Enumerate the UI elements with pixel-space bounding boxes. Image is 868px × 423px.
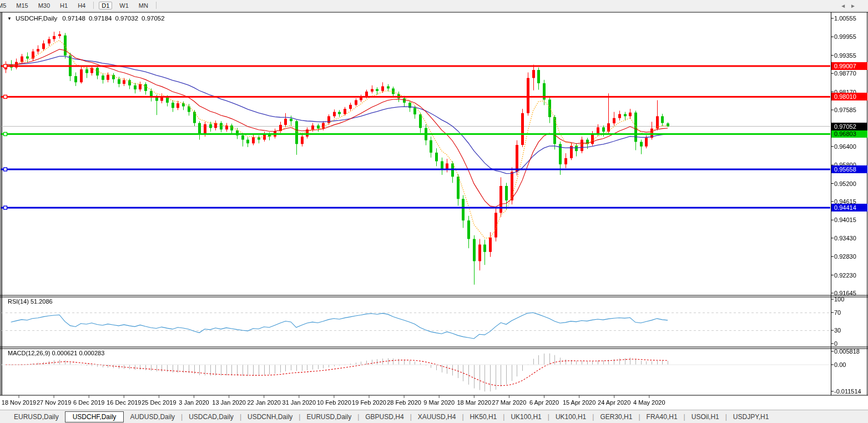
chart-tab-usdcnh-daily[interactable]: USDCNH,Daily [241,412,299,422]
ohlc-close: 0.97052 [142,15,165,22]
timeframe-button-m15[interactable]: M15 [13,2,31,9]
macd-indicator-label: MACD(12,26,9) 0.000621 0.000283 [8,350,104,356]
price-axis-tick: 0.98770 [834,70,867,77]
timeframe-button-m5[interactable]: M5 [0,2,9,9]
price-axis-tick: 0.93430 [834,235,867,241]
date-axis-label: 9 Mar 2020 [423,399,455,406]
date-axis-label: 27 Nov 2019 [37,399,71,406]
date-axis-label: 27 Mar 2020 [492,399,527,406]
rsi-axis-tick: 30 [834,327,867,334]
symbol-label: USDCHF,Daily [16,15,57,22]
chart-tab-hk50-h1[interactable]: HK50,H1 [464,412,503,422]
price-level-badge: 0.94414 [831,204,867,212]
rsi-axis-tick: 0 [834,340,867,347]
price-level-badge: 0.96803 [831,130,867,138]
price-level-badge: 0.98010 [831,93,867,100]
price-axis-tick: 0.99355 [834,52,867,59]
tab-scroll-right-icon[interactable]: ► [850,3,860,9]
timeframe-toolbar: M5M15M30H1H4D1W1MN [0,0,868,11]
rsi-axis-tick: 100 [834,296,867,303]
current-price-badge: 0.97052 [831,123,867,130]
date-axis-label: 19 Feb 2020 [352,399,386,406]
chart-tab-gbpusd-h4[interactable]: GBPUSD,H4 [359,412,410,422]
price-axis-tick: 0.95200 [834,180,867,187]
date-axis-label: 25 Dec 2019 [142,399,176,406]
price-axis-tick: 0.97585 [834,107,867,113]
timeframe-button-mn[interactable]: MN [136,2,151,9]
price-level-badge: 0.95658 [831,165,867,173]
chart-tab-usdcad-daily[interactable]: USDCAD,Daily [183,412,240,422]
timeframe-button-w1[interactable]: W1 [117,2,132,9]
date-axis-label: 18 Mar 2020 [457,399,491,406]
date-axis-label: 16 Dec 2019 [107,399,141,406]
price-axis-tick: 0.92830 [834,253,867,260]
date-axis-label: 3 Jan 2020 [179,399,209,406]
price-axis-tick: 0.94015 [834,216,867,223]
timeframe-button-d1[interactable]: D1 [99,2,112,9]
toolbar-separator [156,2,157,9]
chart-tab-uk100-h1[interactable]: UK100,H1 [504,412,547,422]
date-axis-label: 13 Jan 2020 [212,399,246,406]
chart-tab-usoil-h1[interactable]: USOil,H1 [685,412,725,422]
date-axis-label: 6 Dec 2019 [73,399,104,406]
date-axis-label: 31 Jan 2020 [282,399,316,406]
chart-tab-usdchf-daily[interactable]: USDCHF,Daily [65,411,124,422]
date-axis-label: 22 Jan 2020 [247,399,281,406]
date-axis-label: 10 Feb 2020 [317,399,351,406]
chart-tab-fra40-h1[interactable]: FRA40,H1 [640,412,684,422]
price-axis-tick: 0.99955 [834,33,867,40]
tab-scroll-arrows: ◄► [840,3,860,9]
date-axis-label: 15 Apr 2020 [563,399,596,406]
price-level-badge: 0.99007 [831,62,867,70]
chart-tab-bar: EURUSD,DailyUSDCHF,DailyAUDUSD,Daily|USD… [0,410,868,423]
timeframe-button-m30[interactable]: M30 [36,2,53,9]
ohlc-low: 0.97032 [115,15,138,22]
price-axis-tick: 0.96400 [834,143,867,150]
ohlc-open: 0.97148 [62,15,85,22]
chart-tab-ger30-h1[interactable]: GER30,H1 [594,412,638,422]
toolbar-separator [93,2,94,9]
price-axis-tick: 0.92230 [834,272,867,279]
tab-scroll-left-icon[interactable]: ◄ [840,3,850,9]
collapse-triangle-icon[interactable]: ▼ [7,16,12,21]
chart-tab-audusd-daily[interactable]: AUDUSD,Daily [124,412,181,422]
chart-tab-uk100-h1[interactable]: UK100,H1 [549,412,592,422]
price-axis-tick: 1.00555 [834,15,867,22]
chart-tab-usdjpy-h1[interactable]: USDJPY,H1 [727,412,775,422]
ohlc-high: 0.97184 [89,15,112,22]
date-axis-label: 18 Nov 2019 [2,399,36,406]
chart-tab-eurusd-daily[interactable]: EURUSD,Daily [8,412,65,422]
date-axis-label: 24 Apr 2020 [598,399,630,406]
chart-tab-eurusd-daily[interactable]: EURUSD,Daily [300,412,357,422]
rsi-axis-tick: 70 [834,309,867,316]
macd-axis-tick: -0.011514 [834,388,867,395]
date-axis-label: 6 Apr 2020 [529,399,559,406]
mt4-window: M5M15M30H1H4D1W1MN ▼ USDCHF,Daily 0.9714… [0,0,868,423]
chart-title: ▼ USDCHF,Daily 0.97148 0.97184 0.97032 0… [7,15,168,22]
date-axis-label: 28 Feb 2020 [387,399,421,406]
timeframe-button-h1[interactable]: H1 [57,2,70,9]
chart-tab-xauusd-h4[interactable]: XAUUSD,H4 [412,412,462,422]
timeframe-button-h4[interactable]: H4 [75,2,88,9]
macd-axis-tick: 0.00 [834,361,867,368]
chart-canvas[interactable] [0,0,868,423]
rsi-indicator-label: RSI(14) 51.2086 [8,298,53,305]
date-axis-label: 4 May 2020 [633,399,665,406]
macd-axis-tick: 0.005818 [834,348,867,355]
